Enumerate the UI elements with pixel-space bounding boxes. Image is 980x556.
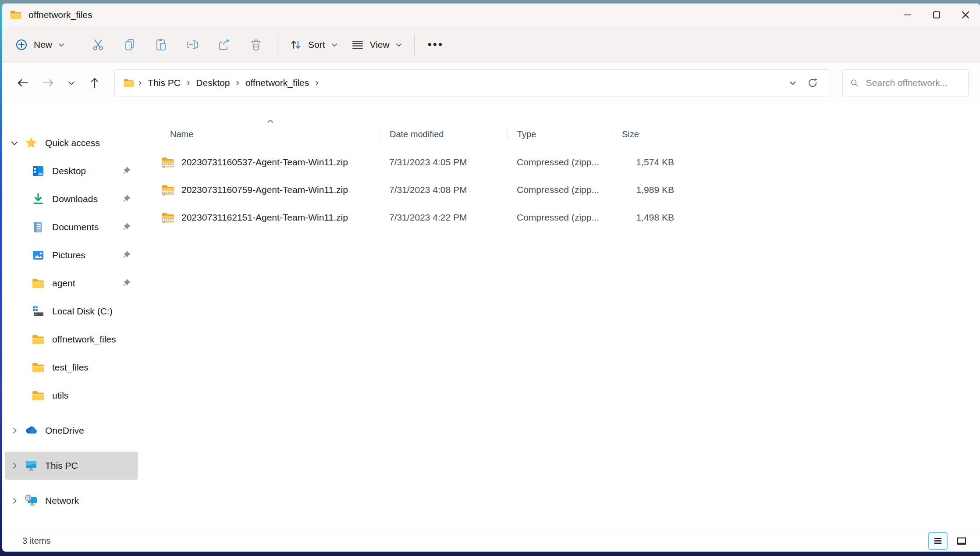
large-icons-view-button[interactable]	[952, 532, 971, 550]
breadcrumb-desktop[interactable]: Desktop	[193, 76, 232, 90]
forward-button[interactable]	[36, 73, 61, 93]
sidebar-item-local-disk-c[interactable]: Local Disk (C:)	[5, 297, 138, 325]
rename-icon	[186, 38, 200, 52]
file-type: Compressed (zipp...	[507, 212, 612, 223]
sidebar-item-label: Documents	[52, 222, 99, 232]
plus-circle-icon	[14, 38, 28, 52]
sidebar-item-utils[interactable]: utils	[5, 381, 138, 410]
trash-icon	[249, 38, 263, 52]
folder-icon	[9, 8, 22, 21]
delete-button[interactable]	[240, 33, 272, 56]
chevron-right-icon	[10, 426, 19, 435]
file-date-modified: 7/31/2023 4:05 PM	[380, 157, 507, 168]
forward-arrow-icon	[42, 76, 55, 89]
breadcrumb-this-pc[interactable]: This PC	[145, 76, 183, 90]
column-header-date-modified[interactable]: Date modified	[380, 129, 507, 139]
back-button[interactable]	[10, 73, 36, 93]
sidebar-item-quick-access[interactable]: Quick access	[5, 129, 138, 157]
sidebar-item-label: agent	[52, 278, 75, 289]
cut-icon	[91, 38, 105, 52]
sidebar-item-label: Downloads	[52, 194, 98, 204]
breadcrumb-separator: ›	[312, 77, 322, 89]
sidebar-item-label: Pictures	[52, 250, 85, 260]
column-header-size[interactable]: Size	[612, 129, 683, 139]
up-button[interactable]	[82, 73, 107, 93]
file-name: 20230731160759-Agent-Team-Win11.zip	[181, 185, 348, 195]
navigation-pane: Quick access Desktop Downloads Documents	[2, 103, 141, 530]
copy-button[interactable]	[114, 33, 146, 56]
view-button-label: View	[370, 39, 390, 50]
maximize-button[interactable]	[922, 4, 951, 26]
sort-button-label: Sort	[308, 39, 325, 50]
sidebar-item-label: offnetwork_files	[52, 334, 116, 345]
close-button[interactable]	[951, 4, 980, 26]
breadcrumb-separator: ›	[183, 77, 193, 89]
sidebar-item-documents[interactable]: Documents	[5, 213, 138, 241]
chevron-down-icon	[788, 78, 797, 87]
sidebar-item-agent[interactable]: agent	[5, 269, 138, 297]
sidebar-item-test-files[interactable]: test_files	[5, 353, 138, 381]
cut-button[interactable]	[82, 33, 114, 56]
paste-icon	[154, 38, 168, 52]
pin-icon	[121, 278, 131, 288]
refresh-button[interactable]	[802, 75, 821, 91]
view-button[interactable]: View	[344, 33, 409, 56]
details-view-button[interactable]	[928, 532, 948, 550]
documents-icon	[31, 220, 45, 234]
folder-icon	[31, 388, 45, 403]
search-input[interactable]	[866, 78, 961, 88]
chevron-down-icon	[67, 78, 76, 87]
column-headers: Name Date modified Type Size	[160, 118, 980, 143]
address-bar[interactable]: › This PC › Desktop › offnetwork_files ›	[114, 69, 829, 96]
back-arrow-icon	[16, 76, 29, 89]
close-icon	[960, 10, 971, 20]
breadcrumb-offnetwork-files[interactable]: offnetwork_files	[243, 76, 312, 90]
search-icon	[850, 78, 859, 88]
file-size: 1,498 KB	[612, 212, 683, 223]
file-row[interactable]: 20230731160759-Agent-Team-Win11.zip 7/31…	[160, 176, 980, 203]
file-name: 20230731162151-Agent-Team-Win11.zip	[181, 212, 348, 223]
details-view-icon	[933, 536, 943, 546]
file-size: 1,989 KB	[612, 185, 683, 195]
sort-button[interactable]: Sort	[283, 33, 344, 56]
star-icon	[24, 136, 38, 150]
breadcrumb-separator: ›	[135, 77, 145, 89]
minimize-button[interactable]	[893, 4, 922, 26]
sidebar-item-desktop[interactable]: Desktop	[5, 157, 138, 185]
file-row[interactable]: 20230731162151-Agent-Team-Win11.zip 7/31…	[160, 203, 980, 231]
new-button[interactable]: New	[8, 33, 71, 56]
toolbar-divider	[77, 35, 77, 54]
column-header-type[interactable]: Type	[507, 129, 612, 139]
sidebar-item-this-pc[interactable]: This PC	[5, 452, 138, 480]
chevron-right-icon	[10, 496, 19, 505]
rename-button[interactable]	[177, 33, 209, 56]
recent-locations-button[interactable]	[61, 75, 82, 91]
sidebar-item-downloads[interactable]: Downloads	[5, 185, 138, 213]
sidebar-item-onedrive[interactable]: OneDrive	[5, 417, 138, 445]
chevron-right-icon	[10, 461, 19, 470]
command-bar: New	[2, 26, 980, 63]
share-button[interactable]	[209, 33, 240, 56]
file-type: Compressed (zipp...	[507, 157, 612, 168]
paste-button[interactable]	[146, 33, 177, 56]
breadcrumb-separator: ›	[232, 77, 242, 89]
address-dropdown-button[interactable]	[784, 76, 802, 90]
share-icon	[217, 38, 231, 52]
zip-file-icon	[160, 210, 175, 225]
file-name: 20230731160537-Agent-Team-Win11.zip	[181, 157, 348, 168]
folder-icon	[31, 332, 45, 346]
see-more-button[interactable]: •••	[420, 35, 451, 54]
pictures-icon	[31, 248, 45, 262]
column-header-name[interactable]: Name	[160, 129, 380, 139]
sidebar-item-offnetwork-files[interactable]: offnetwork_files	[5, 325, 138, 353]
file-size: 1,574 KB	[612, 157, 683, 168]
this-pc-icon	[24, 459, 38, 473]
zip-file-icon	[160, 155, 175, 170]
sidebar-item-network[interactable]: Network	[5, 487, 138, 515]
file-rows: 20230731160537-Agent-Team-Win11.zip 7/31…	[141, 148, 980, 231]
sidebar-item-pictures[interactable]: Pictures	[5, 241, 138, 269]
drive-icon	[31, 304, 45, 318]
sidebar-gap	[2, 410, 141, 417]
sort-ascending-icon	[266, 118, 275, 125]
file-row[interactable]: 20230731160537-Agent-Team-Win11.zip 7/31…	[160, 148, 980, 176]
